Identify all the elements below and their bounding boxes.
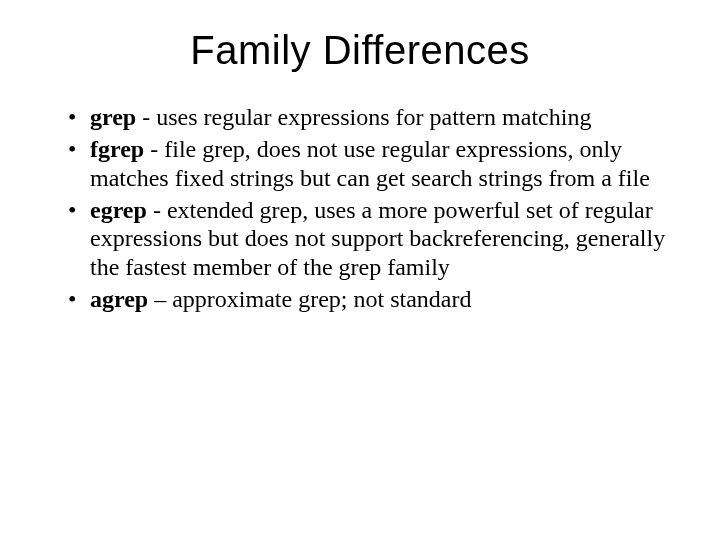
description: file grep, does not use regular expressi… — [90, 136, 650, 190]
description: uses regular expressions for pattern mat… — [156, 104, 591, 130]
list-item: grep - uses regular expressions for patt… — [68, 103, 666, 131]
description: approximate grep; not standard — [172, 286, 471, 312]
bullet-list: grep - uses regular expressions for patt… — [54, 103, 666, 313]
term: egrep — [90, 197, 147, 223]
list-item: fgrep - file grep, does not use regular … — [68, 135, 666, 192]
separator: - — [147, 197, 167, 223]
separator: - — [136, 104, 156, 130]
term: agrep — [90, 286, 148, 312]
term: grep — [90, 104, 136, 130]
list-item: agrep – approximate grep; not standard — [68, 285, 666, 313]
separator: – — [148, 286, 172, 312]
term: fgrep — [90, 136, 144, 162]
description: extended grep, uses a more powerful set … — [90, 197, 665, 280]
slide: Family Differences grep - uses regular e… — [0, 0, 720, 540]
slide-title: Family Differences — [54, 28, 666, 73]
separator: - — [144, 136, 164, 162]
list-item: egrep - extended grep, uses a more power… — [68, 196, 666, 281]
